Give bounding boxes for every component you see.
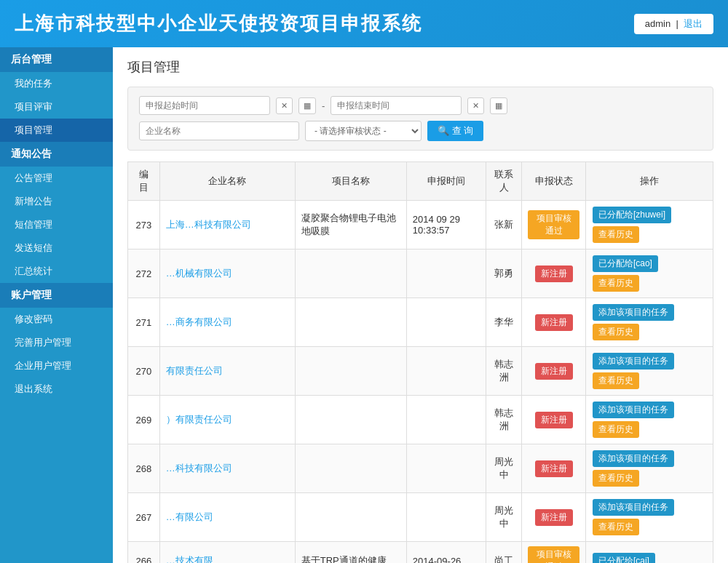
cell-status: 新注册 xyxy=(522,396,586,444)
start-time-input[interactable] xyxy=(139,96,270,115)
cell-project: 凝胶聚合物锂电子电池地吸膜 xyxy=(295,201,406,249)
cal-end-btn[interactable]: ▦ xyxy=(490,97,507,114)
cell-project xyxy=(295,249,406,298)
table-row: 270有限责任公司韩志洲新注册添加该项目的任务查看历史 xyxy=(128,347,713,396)
search-button[interactable]: 🔍 查 询 xyxy=(427,121,483,141)
cell-id: 271 xyxy=(128,298,160,347)
company-name-input[interactable] xyxy=(139,121,299,140)
app-title: 上海市科技型中小企业天使投资项目申报系统 xyxy=(15,11,422,36)
page-title: 项目管理 xyxy=(127,58,713,76)
sidebar-item-notice-mgmt[interactable]: 公告管理 xyxy=(0,167,113,190)
end-time-input[interactable] xyxy=(331,96,462,115)
clear-start-btn[interactable]: ✕ xyxy=(276,97,293,114)
history-button[interactable]: 查看历史 xyxy=(593,421,639,438)
status-badge: 新注册 xyxy=(535,265,573,282)
history-button[interactable]: 查看历史 xyxy=(593,519,639,535)
company-link[interactable]: 上海…科技有限公司 xyxy=(166,219,251,230)
history-button[interactable]: 查看历史 xyxy=(593,226,639,243)
clear-end-btn[interactable]: ✕ xyxy=(467,97,484,114)
sidebar-item-logout[interactable]: 退出系统 xyxy=(0,378,113,401)
logout-link[interactable]: 退出 xyxy=(684,18,703,29)
assign-button[interactable]: 添加该项目的任务 xyxy=(593,499,674,516)
cell-contact: 张新 xyxy=(486,201,522,249)
username: admin xyxy=(645,18,670,29)
status-badge: 新注册 xyxy=(535,363,573,380)
sidebar-item-summary[interactable]: 汇总统计 xyxy=(0,260,113,283)
sidebar-item-add-notice[interactable]: 新增公告 xyxy=(0,190,113,213)
status-select[interactable]: - 请选择审核状态 - 待审核 已通过 已驳回 新注册 xyxy=(305,121,422,141)
cell-time: 2014 09 29 10:33:57 xyxy=(406,201,486,249)
cell-status: 新注册 xyxy=(522,298,586,347)
project-table: 编目 企业名称 项目名称 申报时间 联系人 申报状态 操作 273上海…科技有限… xyxy=(127,161,713,563)
company-link[interactable]: …技术有限 xyxy=(166,555,213,563)
table-row: 271…商务有限公司李华新注册添加该项目的任务查看历史 xyxy=(128,298,713,347)
company-link[interactable]: 有限责任公司 xyxy=(166,365,223,376)
sidebar-item-user-mgmt[interactable]: 完善用户管理 xyxy=(0,331,113,354)
cell-time xyxy=(406,493,486,542)
sidebar-item-sms-mgmt[interactable]: 短信管理 xyxy=(0,213,113,236)
status-badge: 新注册 xyxy=(535,412,573,428)
company-link[interactable]: …商务有限公司 xyxy=(166,316,232,327)
assign-button[interactable]: 添加该项目的任务 xyxy=(593,353,674,370)
table-row: 266…技术有限基于TRP通道的健康2014-09-26尚工项目审核通过已分配给… xyxy=(128,542,713,564)
cell-status: 新注册 xyxy=(522,249,586,298)
history-button[interactable]: 查看历史 xyxy=(593,372,639,389)
sidebar-section-notice: 通知公告 xyxy=(0,142,113,167)
sidebar-item-project-review[interactable]: 项目评审 xyxy=(0,95,113,119)
cal-start-btn[interactable]: ▦ xyxy=(298,97,316,114)
cell-company: …科技有限公司 xyxy=(159,444,295,493)
assign-button[interactable]: 已分配给[cai] xyxy=(593,553,655,564)
company-link[interactable]: …机械有限公司 xyxy=(166,268,232,279)
table-row: 268…科技有限公司周光中新注册添加该项目的任务查看历史 xyxy=(128,444,713,493)
cell-status: 新注册 xyxy=(522,347,586,396)
cell-company: 有限责任公司 xyxy=(159,347,295,396)
assign-button[interactable]: 添加该项目的任务 xyxy=(593,402,674,418)
history-button[interactable]: 查看历史 xyxy=(593,470,639,487)
sidebar-item-enterprise-user[interactable]: 企业用户管理 xyxy=(0,354,113,378)
th-id: 编目 xyxy=(128,162,160,201)
company-link[interactable]: ）有限责任公司 xyxy=(166,414,232,425)
th-action: 操作 xyxy=(585,162,713,201)
cell-id: 270 xyxy=(128,347,160,396)
assign-button[interactable]: 已分配给[zhuwei] xyxy=(593,207,671,223)
cell-project: 基于TRP通道的健康 xyxy=(295,542,406,564)
assign-button[interactable]: 添加该项目的任务 xyxy=(593,450,674,467)
cell-action: 已分配给[cai] xyxy=(585,542,713,564)
cell-project xyxy=(295,493,406,542)
status-badge: 新注册 xyxy=(535,314,573,331)
cell-id: 266 xyxy=(128,542,160,564)
cell-action: 添加该项目的任务查看历史 xyxy=(585,493,713,542)
sidebar-item-project-mgmt[interactable]: 项目管理 xyxy=(0,119,113,142)
sidebar-section-backend: 后台管理 xyxy=(0,47,113,72)
cell-action: 添加该项目的任务查看历史 xyxy=(585,347,713,396)
history-button[interactable]: 查看历史 xyxy=(593,275,639,292)
sidebar-item-send-sms[interactable]: 发送短信 xyxy=(0,236,113,260)
cell-contact: 韩志洲 xyxy=(486,396,522,444)
cell-company: ）有限责任公司 xyxy=(159,396,295,444)
cell-time: 2014-09-26 xyxy=(406,542,486,564)
th-status: 申报状态 xyxy=(522,162,586,201)
header: 上海市科技型中小企业天使投资项目申报系统 admin | 退出 xyxy=(0,0,728,47)
status-badge: 项目审核通过 xyxy=(528,546,579,563)
search-bar: ✕ ▦ - ✕ ▦ - 请选择审核状态 - 待审核 已通过 已驳回 新注册 🔍 … xyxy=(127,87,713,151)
cell-id: 267 xyxy=(128,493,160,542)
assign-button[interactable]: 已分配给[cao] xyxy=(593,255,658,272)
cell-contact: 周光中 xyxy=(486,493,522,542)
company-link[interactable]: …科技有限公司 xyxy=(166,463,232,474)
cell-action: 添加该项目的任务查看历史 xyxy=(585,444,713,493)
sidebar-section-account: 账户管理 xyxy=(0,283,113,308)
th-time: 申报时间 xyxy=(406,162,486,201)
date-separator: - xyxy=(322,100,325,111)
history-button[interactable]: 查看历史 xyxy=(593,324,639,340)
cell-status: 新注册 xyxy=(522,493,586,542)
table-row: 269）有限责任公司韩志洲新注册添加该项目的任务查看历史 xyxy=(128,396,713,444)
cell-company: …机械有限公司 xyxy=(159,249,295,298)
sidebar-item-change-pwd[interactable]: 修改密码 xyxy=(0,308,113,331)
cell-company: …有限公司 xyxy=(159,493,295,542)
assign-button[interactable]: 添加该项目的任务 xyxy=(593,304,674,321)
cell-project xyxy=(295,347,406,396)
sidebar-item-my-tasks[interactable]: 我的任务 xyxy=(0,72,113,95)
cell-id: 272 xyxy=(128,249,160,298)
company-link[interactable]: …有限公司 xyxy=(166,511,213,522)
cell-id: 269 xyxy=(128,396,160,444)
